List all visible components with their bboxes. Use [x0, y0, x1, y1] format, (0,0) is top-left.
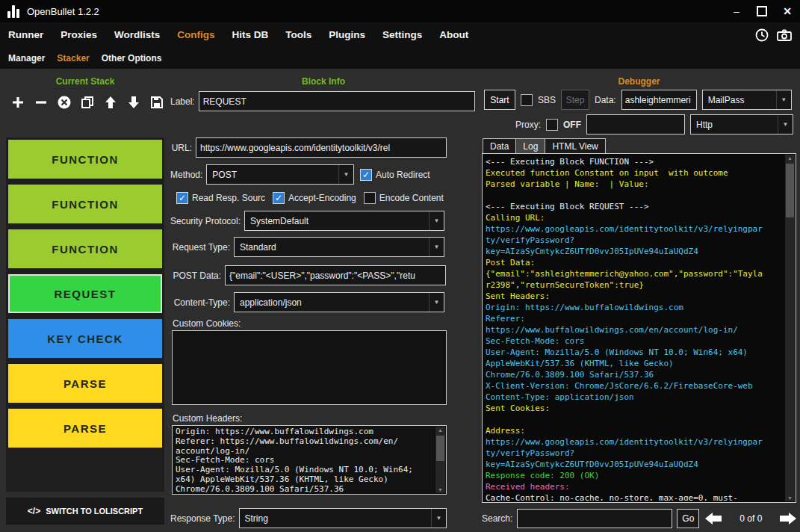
stack-block-key-check[interactable]: KEY CHECK: [8, 319, 162, 358]
menu-item-about[interactable]: About: [439, 29, 468, 40]
proxy-label: Proxy:: [515, 120, 541, 130]
scroll-down-icon[interactable]: ▼: [435, 487, 445, 492]
auto-redirect-checkbox-group: ✓ Auto Redirect: [360, 164, 430, 185]
read-resp-checkbox[interactable]: ✓: [176, 192, 188, 204]
proxy-input[interactable]: [586, 114, 685, 134]
switch-to-loliscript-button[interactable]: </> SWITCH TO LOLISCRIPT: [6, 498, 164, 525]
menu-item-hits-db[interactable]: Hits DB: [232, 29, 269, 40]
minimize-button[interactable]: –: [724, 0, 749, 22]
content-type-row: Content-Type: application/json ▼: [170, 292, 444, 312]
auto-redirect-checkbox[interactable]: ✓: [360, 169, 372, 181]
scrollbar-thumb[interactable]: [436, 436, 444, 461]
log-line: Executed function Constant on input with…: [486, 167, 782, 179]
label-input[interactable]: [199, 91, 475, 111]
log-line: ty/verifyPassword?: [486, 235, 782, 246]
accept-encoding-checkbox-group: ✓ Accept-Encoding: [273, 192, 356, 204]
data-label: Data:: [595, 95, 616, 105]
menu-item-plugins[interactable]: Plugins: [329, 29, 365, 40]
close-button[interactable]: ✕: [775, 0, 800, 22]
custom-cookies-box[interactable]: [172, 330, 447, 405]
debugger-log-panel[interactable]: <--- Executing Block FUNCTION --->Execut…: [482, 153, 796, 503]
method-dropdown[interactable]: POST ▼: [206, 164, 354, 185]
go-button[interactable]: Go: [677, 509, 699, 528]
save-config-button[interactable]: [149, 94, 165, 111]
clone-block-button[interactable]: [79, 94, 96, 111]
clear-stack-button[interactable]: [56, 94, 72, 111]
window-controls: – ✕: [724, 0, 800, 22]
proxy-type-dropdown[interactable]: Http ▼: [690, 114, 793, 134]
log-line: Chrome/76.0.3809.100 Safari/537.36: [486, 369, 782, 380]
stack-block-parse[interactable]: PARSE: [8, 364, 162, 403]
move-up-button[interactable]: [102, 94, 119, 111]
menu-item-runner[interactable]: Runner: [8, 29, 43, 40]
scroll-up-icon[interactable]: ▲: [435, 427, 445, 433]
scroll-down-icon[interactable]: ▼: [785, 495, 795, 501]
request-type-row: Request Type: Standard ▼: [170, 237, 444, 257]
stack-block-function[interactable]: FUNCTION: [8, 140, 162, 179]
log-line: User-Agent: Mozilla/5.0 (Windows NT 10.0…: [486, 347, 782, 358]
current-stack-title: Current Stack: [0, 76, 170, 87]
scroll-up-icon[interactable]: ▲: [785, 155, 795, 161]
menu-item-tools[interactable]: Tools: [285, 29, 311, 40]
stack-panel: FUNCTIONFUNCTIONFUNCTIONREQUESTKEY CHECK…: [6, 137, 164, 492]
data-input[interactable]: [621, 90, 697, 110]
log-line: Content-Type: application/json: [486, 392, 782, 403]
move-down-button[interactable]: [125, 94, 142, 111]
menu-item-configs[interactable]: Configs: [177, 29, 214, 40]
search-input[interactable]: [517, 509, 672, 528]
request-type-dropdown[interactable]: Standard ▼: [234, 237, 444, 257]
maximize-button[interactable]: [749, 0, 775, 22]
chevron-down-icon: ▼: [429, 238, 444, 256]
start-button[interactable]: Start: [484, 90, 515, 110]
log-line: Parsed variable | Name: | Value:: [486, 179, 782, 190]
log-scrollbar[interactable]: ▲ ▼: [785, 155, 795, 501]
menu-item-proxies[interactable]: Proxies: [61, 29, 97, 40]
wordlist-type-dropdown[interactable]: MailPass ▼: [702, 90, 792, 110]
stack-block-function[interactable]: FUNCTION: [8, 229, 162, 268]
custom-cookies-content: [176, 332, 434, 403]
log-line: Response code: 200 (OK): [486, 470, 782, 481]
url-input[interactable]: [196, 137, 447, 158]
add-block-button[interactable]: [10, 94, 26, 111]
custom-headers-label: Custom Headers:: [173, 413, 242, 424]
log-line: Calling URL:: [486, 212, 782, 223]
sbs-checkbox[interactable]: [521, 94, 533, 106]
submenu-item-other-options[interactable]: Other Options: [102, 53, 162, 64]
tab-html-view[interactable]: HTML View: [545, 138, 605, 155]
next-match-arrow-icon[interactable]: [778, 510, 798, 527]
menu-item-settings[interactable]: Settings: [382, 29, 422, 40]
stack-block-parse[interactable]: PARSE: [8, 409, 162, 448]
log-line: <--- Executing Block FUNCTION --->: [486, 156, 782, 167]
security-protocol-dropdown[interactable]: SystemDefault ▼: [244, 211, 444, 231]
stack-block-function[interactable]: FUNCTION: [8, 185, 162, 223]
tab-log[interactable]: Log: [515, 138, 545, 155]
stack-block-request[interactable]: REQUEST: [8, 274, 162, 313]
post-data-input[interactable]: [225, 265, 446, 285]
custom-headers-scrollbar[interactable]: ▲ ▼: [435, 427, 445, 493]
custom-headers-box[interactable]: Origin: https://www.buffalowildwings.com…: [172, 425, 447, 495]
menu-item-wordlists[interactable]: Wordlists: [114, 29, 160, 40]
encode-content-checkbox[interactable]: [364, 192, 376, 204]
log-line: https://www.googleapis.com/identitytoolk…: [486, 223, 782, 235]
remove-block-button[interactable]: [33, 94, 49, 111]
accept-encoding-checkbox[interactable]: ✓: [273, 192, 285, 204]
proxy-checkbox[interactable]: [546, 119, 558, 131]
submenu-item-stacker[interactable]: Stacker: [57, 53, 89, 64]
menu-bar: RunnerProxiesWordlistsConfigsHits DBTool…: [0, 22, 800, 47]
configs-submenu-items: ManagerStackerOther Options: [8, 53, 161, 64]
response-type-dropdown[interactable]: String ▼: [239, 508, 447, 528]
chevron-down-icon: ▼: [431, 509, 446, 528]
method-label: Method:: [170, 170, 202, 180]
encode-content-checkbox-group: Encode Content: [364, 192, 444, 204]
clock-icon[interactable]: [754, 27, 770, 43]
scrollbar-thumb[interactable]: [786, 164, 794, 217]
log-line: key=AIzaSyCmtykcZ6UTfD0vvJ05IpUVe94uIaUQ…: [486, 459, 782, 470]
tab-data[interactable]: Data: [483, 138, 515, 155]
submenu-item-manager[interactable]: Manager: [8, 53, 45, 64]
label-row: Label:: [170, 91, 475, 111]
previous-match-arrow-icon[interactable]: [704, 510, 723, 527]
log-line: Received headers:: [486, 481, 782, 492]
content-type-dropdown[interactable]: application/json ▼: [234, 292, 444, 312]
step-button[interactable]: Step: [561, 90, 589, 110]
capture-camera-icon[interactable]: [776, 27, 793, 43]
